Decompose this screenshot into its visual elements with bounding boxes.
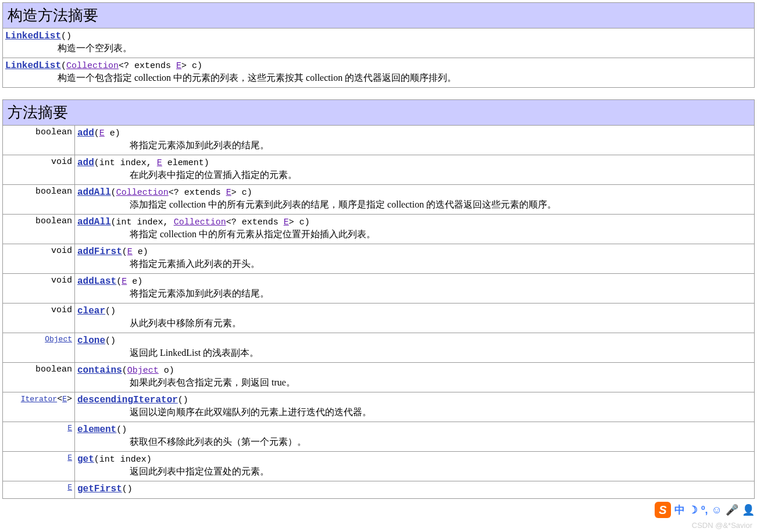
return-type-cell: void bbox=[3, 274, 75, 304]
table-row: Iterator<E>descendingIterator()返回以逆向顺序在此… bbox=[3, 392, 755, 422]
code-text: (int index, bbox=[94, 158, 157, 168]
code-text: ( bbox=[116, 277, 122, 287]
ime-lang-toggle[interactable]: 中 bbox=[674, 503, 685, 513]
method-link[interactable]: contains bbox=[77, 365, 122, 376]
code-text: e) bbox=[133, 247, 148, 257]
method-link[interactable]: getFirst bbox=[77, 484, 122, 494]
ime-logo-icon[interactable]: S bbox=[655, 502, 671, 513]
method-link[interactable]: addFirst bbox=[77, 247, 122, 257]
method-link[interactable]: addAll bbox=[77, 187, 111, 198]
table-row: voidaddLast(E e)将指定元素添加到此列表的结尾。 bbox=[3, 274, 755, 304]
code-text: () bbox=[122, 484, 133, 494]
ime-punct-icon[interactable]: º, bbox=[701, 504, 708, 513]
description-text: 在此列表中指定的位置插入指定的元素。 bbox=[77, 168, 752, 183]
constructor-summary-table: 构造方法摘要 LinkedList()构造一个空列表。LinkedList(Co… bbox=[2, 2, 755, 88]
type-link[interactable]: Collection bbox=[116, 188, 169, 198]
method-link[interactable]: add bbox=[77, 158, 94, 168]
return-type-link[interactable]: E bbox=[62, 395, 67, 404]
description-text: 返回以逆向顺序在此双端队列的元素上进行迭代的迭代器。 bbox=[77, 405, 752, 420]
description-text: 构造一个空列表。 bbox=[5, 41, 752, 56]
method-link[interactable]: addAll bbox=[77, 217, 111, 227]
ime-user-icon[interactable]: 👤 bbox=[742, 504, 755, 513]
return-type-cell: boolean bbox=[3, 215, 75, 244]
code-text: > c) bbox=[289, 217, 310, 227]
return-type-cell: boolean bbox=[3, 185, 75, 215]
code-text: <? extends bbox=[226, 217, 284, 227]
signature-cell: get(int index)返回此列表中指定位置处的元素。 bbox=[75, 452, 755, 481]
return-type-link[interactable]: E bbox=[67, 483, 72, 492]
ime-mic-icon[interactable]: 🎤 bbox=[726, 504, 738, 513]
table-row: booleanadd(E e)将指定元素添加到此列表的结尾。 bbox=[3, 126, 755, 155]
type-link[interactable]: Object bbox=[127, 366, 159, 376]
description-text: 返回此列表中指定位置处的元素。 bbox=[77, 465, 752, 479]
code-text: void bbox=[51, 305, 72, 315]
code-text: () bbox=[116, 425, 127, 435]
description-text: 构造一个包含指定 collection 中的元素的列表，这些元素按其 colle… bbox=[5, 71, 752, 85]
return-type-cell: void bbox=[3, 244, 75, 274]
code-text: e) bbox=[105, 128, 120, 138]
return-type-link[interactable]: Object bbox=[45, 335, 72, 344]
description-text: 获取但不移除此列表的头（第一个元素）。 bbox=[77, 435, 752, 449]
return-type-cell: Iterator<E> bbox=[3, 392, 75, 422]
description-text: 返回此 LinkedList 的浅表副本。 bbox=[77, 346, 752, 360]
return-type-cell: boolean bbox=[3, 363, 75, 392]
return-type-cell: E bbox=[3, 481, 75, 499]
description-text: 将指定 collection 中的所有元素从指定位置开始插入此列表。 bbox=[77, 227, 752, 242]
description-text: 将指定元素插入此列表的开头。 bbox=[77, 257, 752, 272]
method-link[interactable]: clear bbox=[77, 306, 105, 316]
code-text: e) bbox=[127, 277, 142, 287]
signature-cell: contains(Object o)如果此列表包含指定元素，则返回 true。 bbox=[75, 363, 755, 392]
ime-toolbar: S 中 ☽ º, ☺ 🎤 👤 bbox=[655, 502, 755, 513]
signature-cell: add(E e)将指定元素添加到此列表的结尾。 bbox=[75, 126, 755, 155]
return-type-cell: E bbox=[3, 422, 75, 452]
type-link[interactable]: E bbox=[176, 61, 181, 71]
return-type-link[interactable]: Iterator bbox=[21, 395, 57, 404]
code-text: > c) bbox=[181, 61, 202, 71]
description-text bbox=[77, 494, 752, 497]
table-row: LinkedList(Collection<? extends E> c)构造一… bbox=[3, 58, 755, 88]
signature-cell: addAll(Collection<? extends E> c)添加指定 co… bbox=[75, 185, 755, 215]
code-text: boolean bbox=[35, 187, 72, 197]
signature-cell: addLast(E e)将指定元素添加到此列表的结尾。 bbox=[75, 274, 755, 304]
ime-emoji-icon[interactable]: ☺ bbox=[712, 504, 722, 513]
return-type-link[interactable]: E bbox=[67, 454, 72, 462]
signature-cell: clone()返回此 LinkedList 的浅表副本。 bbox=[75, 333, 755, 363]
type-link[interactable]: Collection bbox=[174, 217, 226, 227]
code-text: boolean bbox=[35, 365, 72, 374]
method-summary-table: 方法摘要 booleanadd(E e)将指定元素添加到此列表的结尾。voida… bbox=[2, 99, 755, 499]
code-text: < bbox=[57, 394, 62, 404]
table-row: booleanaddAll(Collection<? extends E> c)… bbox=[3, 185, 755, 215]
method-link[interactable]: element bbox=[77, 424, 116, 435]
type-link[interactable]: E bbox=[127, 247, 133, 257]
return-type-cell: void bbox=[3, 155, 75, 185]
code-text: boolean bbox=[35, 127, 72, 137]
description-text: 将指定元素添加到此列表的结尾。 bbox=[77, 138, 752, 153]
method-link[interactable]: addLast bbox=[77, 276, 116, 287]
description-text: 如果此列表包含指定元素，则返回 true。 bbox=[77, 376, 752, 390]
type-link[interactable]: E bbox=[157, 158, 162, 168]
code-text: ( bbox=[122, 366, 127, 376]
method-link[interactable]: LinkedList bbox=[5, 31, 61, 41]
type-link[interactable]: E bbox=[284, 217, 289, 227]
type-link[interactable]: Collection bbox=[66, 61, 119, 71]
table-row: voidadd(int index, E element)在此列表中指定的位置插… bbox=[3, 155, 755, 185]
method-link[interactable]: add bbox=[77, 128, 94, 138]
type-link[interactable]: E bbox=[226, 188, 231, 198]
signature-cell: element()获取但不移除此列表的头（第一个元素）。 bbox=[75, 422, 755, 452]
code-text: void bbox=[51, 276, 72, 285]
code-text: void bbox=[51, 157, 72, 167]
code-text: (int index, bbox=[111, 217, 174, 227]
method-link[interactable]: clone bbox=[77, 335, 105, 346]
method-link[interactable]: LinkedList bbox=[5, 60, 61, 71]
type-link[interactable]: E bbox=[122, 277, 127, 287]
method-link[interactable]: descendingIterator bbox=[77, 395, 178, 405]
code-text: > bbox=[67, 394, 72, 404]
return-type-link[interactable]: E bbox=[67, 424, 72, 433]
ime-moon-icon[interactable]: ☽ bbox=[688, 504, 698, 513]
signature-cell: addFirst(E e)将指定元素插入此列表的开头。 bbox=[75, 244, 755, 274]
method-link[interactable]: get bbox=[77, 454, 94, 465]
code-text: (int index) bbox=[94, 455, 152, 465]
signature-cell: addAll(int index, Collection<? extends E… bbox=[75, 215, 755, 244]
type-link[interactable]: E bbox=[99, 128, 105, 138]
constructor-cell: LinkedList()构造一个空列表。 bbox=[3, 28, 755, 58]
